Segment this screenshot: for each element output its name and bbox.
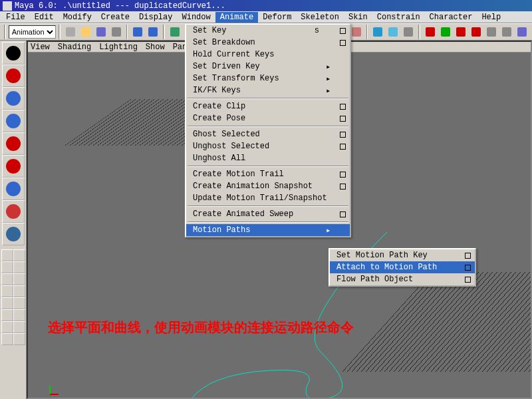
- menu-animate[interactable]: Animate: [215, 12, 258, 23]
- menu-item-label: Attach to Motion Path: [336, 263, 437, 272]
- option-box-icon[interactable]: [465, 277, 471, 283]
- menu-item-create-clip[interactable]: Create Clip: [186, 100, 350, 112]
- menu-item-set-driven-key[interactable]: Set Driven Key▶: [186, 61, 350, 72]
- menu-edit[interactable]: Edit: [30, 12, 59, 23]
- menu-window[interactable]: Window: [177, 12, 215, 23]
- tool-rotate[interactable]: [2, 132, 25, 155]
- menu-item-label: Unghost All: [193, 154, 245, 163]
- out-icon: [502, 27, 511, 37]
- layout-preset-1[interactable]: [13, 249, 25, 261]
- in-button[interactable]: [484, 25, 499, 39]
- select-hier-button[interactable]: [168, 25, 182, 39]
- menu-item-ghost-selected[interactable]: Ghost Selected: [186, 128, 350, 140]
- tool-paint[interactable]: [2, 87, 25, 110]
- save-button[interactable]: [94, 25, 108, 39]
- tool-deform[interactable]: [2, 178, 25, 200]
- menu-item-unghost-all[interactable]: Unghost All: [186, 152, 350, 164]
- menu-item-set-motion-path-key[interactable]: Set Motion Path Key: [330, 249, 475, 261]
- option-box-icon[interactable]: [340, 28, 346, 34]
- layout-preset-12[interactable]: [1, 321, 13, 333]
- menu-item-motion-paths[interactable]: Motion Paths▶: [186, 224, 350, 236]
- menu-file[interactable]: File: [1, 12, 30, 23]
- layout-preset-13[interactable]: [13, 321, 25, 333]
- menu-bar[interactable]: FileEditModifyCreateDisplayWindowAnimate…: [0, 11, 532, 23]
- menu-item-update-motion-trail-snapshot[interactable]: Update Motion Trail/Snapshot: [186, 192, 350, 204]
- magnet-on-button[interactable]: [438, 25, 453, 39]
- menu-create[interactable]: Create: [96, 12, 134, 23]
- menu-item-set-breakdown[interactable]: Set Breakdown: [186, 37, 350, 49]
- hypershade-button[interactable]: [515, 25, 529, 39]
- menu-help[interactable]: Help: [477, 12, 505, 23]
- layout-preset-3[interactable]: [13, 261, 25, 273]
- new-button[interactable]: [63, 25, 78, 39]
- render-globals-button[interactable]: [401, 25, 416, 39]
- layout-preset-6[interactable]: [1, 285, 13, 297]
- option-box-icon[interactable]: [340, 144, 346, 150]
- layout-preset-2[interactable]: [1, 261, 13, 273]
- menu-constrain[interactable]: Constrain: [372, 12, 425, 23]
- undo-button[interactable]: [130, 25, 145, 39]
- tool-move[interactable]: [2, 110, 25, 132]
- option-box-icon[interactable]: [465, 265, 471, 271]
- menu-item-hold-current-keys[interactable]: Hold Current Keys: [186, 49, 350, 61]
- tool-soft[interactable]: [2, 200, 25, 223]
- panel-menu-shading[interactable]: Shading: [58, 43, 91, 52]
- tool-scale[interactable]: [2, 155, 25, 178]
- export-button[interactable]: [109, 25, 124, 39]
- redo-button[interactable]: [146, 25, 160, 39]
- menu-item-attach-to-motion-path[interactable]: Attach to Motion Path: [330, 261, 475, 273]
- menu-divider: [188, 205, 348, 207]
- menu-item-flow-path-object[interactable]: Flow Path Object: [330, 273, 475, 285]
- menu-item-create-motion-trail[interactable]: Create Motion Trail: [186, 168, 350, 180]
- tool-preset[interactable]: [2, 223, 25, 245]
- panel-menu-lighting[interactable]: Lighting: [99, 43, 138, 52]
- menu-item-create-animated-sweep[interactable]: Create Animated Sweep: [186, 208, 350, 220]
- mode-combo[interactable]: Animation: [9, 25, 56, 39]
- layout-preset-9[interactable]: [13, 297, 25, 309]
- toolbar-separator: [59, 25, 61, 39]
- menu-item-unghost-selected[interactable]: Unghost Selected: [186, 140, 350, 152]
- magnet-red-button[interactable]: [423, 25, 438, 39]
- open-button[interactable]: [78, 25, 93, 39]
- layout-preset-7[interactable]: [13, 285, 25, 297]
- layout-preset-14[interactable]: [1, 333, 13, 345]
- panel-menu-show[interactable]: Show: [146, 43, 165, 52]
- option-box-icon[interactable]: [340, 172, 346, 178]
- ipr-button[interactable]: [386, 25, 400, 39]
- option-box-icon[interactable]: [340, 132, 346, 138]
- menu-deform[interactable]: Deform: [258, 12, 296, 23]
- layout-preset-11[interactable]: [13, 309, 25, 321]
- menu-character[interactable]: Character: [425, 12, 477, 23]
- option-box-icon[interactable]: [340, 184, 346, 190]
- layout-preset-15[interactable]: [13, 333, 25, 345]
- menu-modify[interactable]: Modify: [59, 12, 96, 23]
- menu-item-ik-fk-keys[interactable]: IK/FK Keys▶: [186, 84, 350, 96]
- layout-preset-8[interactable]: [1, 297, 13, 309]
- paint-fx-button[interactable]: [469, 25, 483, 39]
- menu-item-set-key[interactable]: Set Keys: [186, 25, 350, 37]
- menu-item-create-pose[interactable]: Create Pose: [186, 112, 350, 124]
- tool-lasso[interactable]: [2, 65, 25, 87]
- menu-item-create-animation-snapshot[interactable]: Create Animation Snapshot: [186, 180, 350, 192]
- out-button[interactable]: [499, 25, 514, 39]
- option-box-icon[interactable]: [340, 211, 346, 217]
- layout-preset-10[interactable]: [1, 309, 13, 321]
- animate-menu-dropdown[interactable]: Set KeysSet BreakdownHold Current KeysSe…: [185, 23, 351, 237]
- layout-preset-0[interactable]: [1, 249, 13, 261]
- tool-cursor[interactable]: [2, 42, 25, 65]
- render-button[interactable]: [370, 25, 385, 39]
- layout-preset-5[interactable]: [13, 273, 25, 285]
- motion-paths-submenu[interactable]: Set Motion Path KeyAttach to Motion Path…: [329, 248, 476, 287]
- menu-display[interactable]: Display: [134, 12, 177, 23]
- option-box-icon[interactable]: [340, 104, 346, 110]
- menu-skeleton[interactable]: Skeleton: [296, 12, 344, 23]
- shortcut: s: [315, 26, 319, 35]
- option-box-icon[interactable]: [340, 116, 346, 122]
- option-box-icon[interactable]: [465, 253, 471, 259]
- layout-preset-4[interactable]: [1, 273, 13, 285]
- option-box-icon[interactable]: [340, 40, 346, 46]
- magnet-off-button[interactable]: [454, 25, 468, 39]
- panel-menu-view[interactable]: View: [31, 43, 50, 52]
- menu-skin[interactable]: Skin: [344, 12, 372, 23]
- menu-item-set-transform-keys[interactable]: Set Transform Keys▶: [186, 72, 350, 84]
